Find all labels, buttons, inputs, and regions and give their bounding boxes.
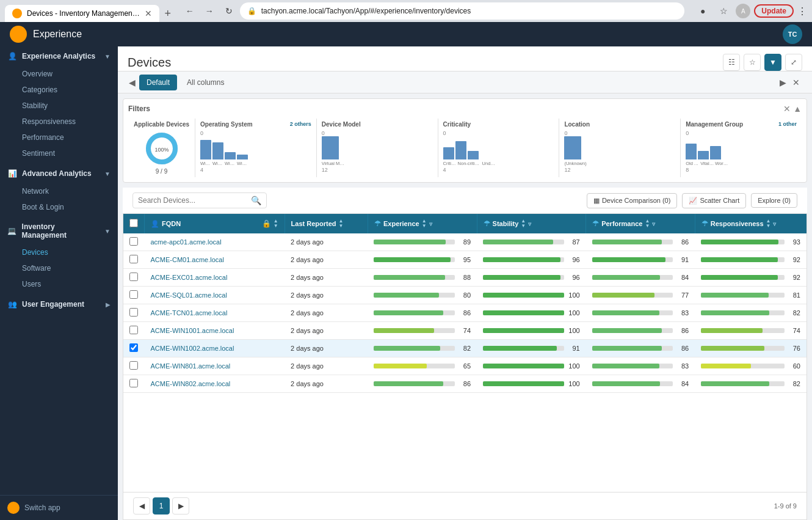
score-cell: 95 — [368, 251, 477, 269]
table-row: ACME-WIN1002.acme.local 2 days ago 82 91… — [123, 340, 807, 357]
filter-applicable-devices: Applicable Devices 100% 9 / 9 — [128, 119, 195, 177]
row-checkbox[interactable] — [129, 379, 138, 387]
bar-critical[interactable] — [443, 147, 454, 159]
device-link[interactable]: ACME-EXC01.acme.local — [151, 274, 228, 281]
explore-button[interactable]: Explore (0) — [751, 193, 797, 208]
sidebar-item-categories[interactable]: Categories — [0, 82, 118, 98]
sort-icons-responsiveness[interactable]: ▲▼ — [766, 219, 771, 229]
device-comparison-button[interactable]: ▦ Device Comparison (0) — [587, 193, 677, 208]
filters-expand-icon[interactable]: ▲ — [793, 104, 802, 114]
update-button[interactable]: Update — [754, 4, 794, 18]
reload-button[interactable]: ↻ — [220, 2, 237, 20]
sidebar-item-network[interactable]: Network — [0, 183, 118, 199]
row-checkbox[interactable] — [129, 273, 138, 281]
bar-virtual-machine[interactable] — [322, 136, 339, 159]
prev-page-button[interactable]: ◀ — [133, 497, 150, 515]
sidebar-item-users[interactable]: Users — [0, 276, 118, 292]
filter-icon-performance[interactable]: ▿ — [652, 221, 655, 227]
tab-all-columns[interactable]: All columns — [179, 75, 231, 90]
device-link[interactable]: ACME-CM01.acme.local — [151, 256, 224, 263]
filters-close-icon[interactable]: ✕ — [783, 104, 791, 114]
back-button[interactable]: ← — [181, 2, 198, 20]
row-checkbox[interactable] — [129, 343, 138, 352]
device-link[interactable]: ACME-WIN802.acme.local — [151, 380, 231, 387]
new-tab-button[interactable]: + — [159, 5, 176, 22]
table-row: ACME-WIN801.acme.local 2 days ago 65 100… — [123, 357, 807, 375]
chevron-down-icon: ▼ — [104, 228, 111, 235]
grid-view-button[interactable]: ☷ — [723, 54, 740, 71]
sidebar: 👤 Experience Analytics ▼ Overview Catego… — [0, 46, 118, 520]
sidebar-item-responsiveness[interactable]: Responsiveness — [0, 114, 118, 130]
tab-close-icon[interactable]: ✕ — [145, 9, 152, 18]
device-link[interactable]: ACME-WIN1002.acme.local — [151, 345, 234, 352]
chevron-down-icon: ▼ — [104, 170, 111, 177]
page-1-button[interactable]: 1 — [153, 497, 170, 515]
filter-icon-stability[interactable]: ▿ — [528, 221, 531, 227]
row-checkbox[interactable] — [129, 308, 138, 317]
select-all-checkbox[interactable] — [129, 219, 138, 227]
tab-panel-close-icon[interactable]: ✕ — [790, 76, 802, 89]
lock-icon: 🔒 — [262, 219, 271, 228]
bar-unknown[interactable] — [564, 136, 581, 159]
bar-windows10[interactable] — [212, 142, 223, 159]
forward-button[interactable]: → — [201, 2, 218, 20]
search-icon[interactable]: 🔍 — [251, 196, 261, 205]
sort-icons-last-reported[interactable]: ▲▼ — [339, 219, 344, 229]
bar-windows-server[interactable] — [200, 140, 211, 159]
sidebar-item-devices[interactable]: Devices — [0, 244, 118, 260]
score-cell: 89 — [368, 233, 477, 251]
device-link[interactable]: ACME-WIN1001.acme.local — [151, 327, 234, 334]
sidebar-item-overview[interactable]: Overview — [0, 66, 118, 82]
next-page-button[interactable]: ▶ — [172, 497, 189, 515]
search-input[interactable] — [138, 196, 247, 205]
filter-icon-experience[interactable]: ▿ — [429, 221, 432, 227]
star-button[interactable]: ☆ — [744, 54, 761, 71]
browser-tab[interactable]: Devices - Inventory Managemen… ✕ — [5, 5, 159, 22]
dropdown-button[interactable]: ▼ — [764, 54, 781, 71]
device-link[interactable]: ACME-TCN01.acme.local — [151, 309, 228, 317]
sidebar-section-experience-analytics[interactable]: 👤 Experience Analytics ▼ — [0, 46, 118, 66]
sort-icons-fqdn[interactable]: ▲▼ — [274, 219, 278, 229]
score-cell: 82 — [695, 375, 807, 393]
user-avatar[interactable]: TC — [783, 24, 802, 44]
sidebar-section-inventory-management[interactable]: 💻 Inventory Management ▼ — [0, 218, 118, 244]
row-checkbox[interactable] — [129, 326, 138, 334]
bar-workstations[interactable] — [710, 146, 721, 159]
browser-menu-icon[interactable]: ⋮ — [797, 5, 807, 17]
filter-icon-responsiveness[interactable]: ▿ — [773, 221, 776, 227]
bar-windows81[interactable] — [225, 152, 236, 159]
device-link[interactable]: acme-apc01.acme.local — [151, 238, 222, 246]
bar-noncritical-high[interactable] — [455, 141, 466, 159]
bar-vital-servers[interactable] — [698, 151, 709, 159]
sidebar-item-stability[interactable]: Stability — [0, 98, 118, 114]
device-link[interactable]: ACME-SQL01.acme.local — [151, 291, 227, 299]
sidebar-section-advanced-analytics[interactable]: 📊 Advanced Analytics ▼ — [0, 164, 118, 183]
sidebar-item-software[interactable]: Software — [0, 260, 118, 276]
profile-icon[interactable]: A — [736, 4, 750, 18]
tab-default[interactable]: Default — [139, 75, 177, 90]
row-checkbox[interactable] — [129, 361, 138, 370]
tab-next-arrow[interactable]: ▶ — [778, 76, 788, 89]
sidebar-item-sentiment[interactable]: Sentiment — [0, 145, 118, 161]
address-bar[interactable] — [261, 7, 678, 15]
tab-prev-arrow[interactable]: ◀ — [128, 76, 137, 89]
bar-windows1[interactable] — [237, 155, 248, 159]
sidebar-item-performance[interactable]: Performance — [0, 130, 118, 145]
row-checkbox[interactable] — [129, 237, 138, 246]
bookmark-icon[interactable]: ☆ — [715, 2, 732, 20]
bar-old-adobe[interactable] — [686, 144, 697, 159]
row-checkbox[interactable] — [129, 255, 138, 263]
sort-icons-stability[interactable]: ▲▼ — [521, 219, 526, 229]
extensions-icon[interactable]: ● — [694, 2, 711, 20]
sidebar-item-boot-login[interactable]: Boot & Login — [0, 199, 118, 215]
switch-app-button[interactable]: Switch app — [7, 502, 111, 514]
scatter-chart-button[interactable]: 📈 Scatter Chart — [682, 193, 746, 208]
device-link[interactable]: ACME-WIN801.acme.local — [151, 362, 231, 370]
sidebar-section-user-engagement[interactable]: 👥 User Engagement ▶ — [0, 295, 118, 314]
sort-icons-performance[interactable]: ▲▼ — [645, 219, 650, 229]
sort-icons-experience[interactable]: ▲▼ — [422, 219, 427, 229]
expand-button[interactable]: ⤢ — [785, 54, 802, 71]
row-checkbox[interactable] — [129, 290, 138, 299]
score-cell: 86 — [368, 304, 477, 322]
bar-undefined[interactable] — [468, 151, 479, 159]
